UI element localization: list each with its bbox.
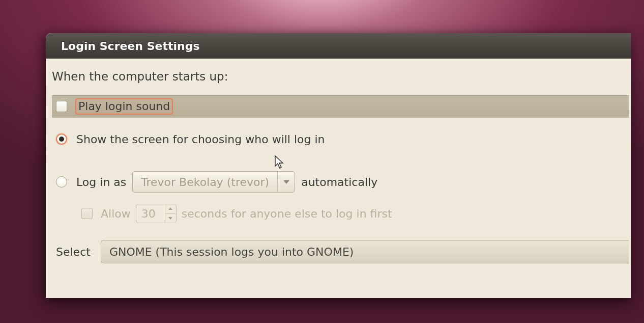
spinner-up-icon <box>165 204 176 214</box>
auto-login-suffix: automatically <box>301 176 377 189</box>
auto-login-row[interactable]: Log in as Trevor Bekolay (trevor) automa… <box>52 171 629 193</box>
settings-window: Login Screen Settings When the computer … <box>46 33 631 298</box>
play-login-sound-row[interactable]: Play login sound <box>52 95 629 118</box>
play-login-sound-checkbox[interactable] <box>56 101 67 112</box>
spinner-buttons <box>165 204 176 223</box>
allow-delay-row: Allow 30 seconds for anyone else to log … <box>77 202 629 225</box>
allow-delay-seconds: 30 <box>136 204 165 223</box>
play-login-sound-label: Play login sound <box>75 98 173 115</box>
auto-login-radio[interactable] <box>56 176 67 187</box>
auto-login-prefix: Log in as <box>76 176 126 189</box>
window-titlebar[interactable]: Login Screen Settings <box>46 33 631 59</box>
content-area: When the computer starts up: Play login … <box>46 59 631 263</box>
show-chooser-label: Show the screen for choosing who will lo… <box>76 133 325 146</box>
auto-login-user-combo[interactable]: Trevor Bekolay (trevor) <box>132 171 295 193</box>
window-title: Login Screen Settings <box>61 40 200 52</box>
show-chooser-row[interactable]: Show the screen for choosing who will lo… <box>52 128 629 150</box>
chevron-down-icon[interactable] <box>277 172 295 192</box>
session-select-label: Select <box>56 246 91 258</box>
section-heading: When the computer starts up: <box>52 70 629 83</box>
allow-delay-checkbox <box>81 208 93 219</box>
session-select-value: GNOME (This session logs you into GNOME) <box>109 246 354 258</box>
show-chooser-radio[interactable] <box>56 133 67 145</box>
allow-delay-prefix: Allow <box>101 207 131 220</box>
allow-delay-spinner: 30 <box>136 204 177 223</box>
session-select-row: Select GNOME (This session logs you into… <box>52 240 629 263</box>
spinner-down-icon <box>165 214 176 223</box>
allow-delay-suffix: seconds for anyone else to log in first <box>182 207 392 220</box>
auto-login-user-value: Trevor Bekolay (trevor) <box>133 176 277 189</box>
session-select-button[interactable]: GNOME (This session logs you into GNOME) <box>101 240 629 263</box>
